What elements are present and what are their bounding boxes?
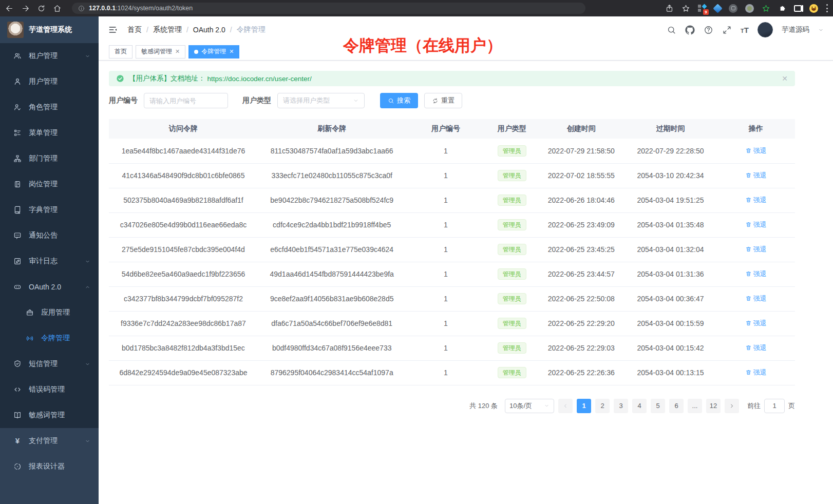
view-tab[interactable]: 敏感词管理✕ <box>136 45 185 59</box>
created-time-cell: 2022-07-02 18:55:55 <box>538 163 624 188</box>
user-id-cell: 1 <box>406 336 485 360</box>
sidebar-item[interactable]: 岗位管理 <box>0 171 99 197</box>
sidebar-item[interactable]: OAuth 2.0 <box>0 274 99 300</box>
app-logo[interactable]: 芋道管理系统 <box>0 16 99 43</box>
reset-button[interactable]: 重置 <box>424 93 462 108</box>
fullscreen-icon[interactable] <box>722 25 732 35</box>
sidebar-item[interactable]: 审计日志 <box>0 248 99 274</box>
alert-doc-link[interactable]: https://doc.iocoder.cn/user-center/ <box>207 75 312 83</box>
breadcrumb-item[interactable]: 系统管理 <box>153 25 182 34</box>
site-info-icon[interactable] <box>78 5 85 12</box>
force-logout-button[interactable]: 强退 <box>745 368 767 377</box>
bookmark-star-icon[interactable] <box>681 4 690 13</box>
view-tab[interactable]: 首页 <box>109 45 132 59</box>
side-panel-icon[interactable] <box>794 5 802 12</box>
view-tab[interactable]: 令牌管理✕ <box>188 45 239 59</box>
force-logout-button[interactable]: 强退 <box>745 171 767 180</box>
extension-green-star-icon[interactable] <box>762 4 770 13</box>
sidebar-item[interactable]: 租户管理 <box>0 43 99 69</box>
sidebar-item[interactable]: 部门管理 <box>0 146 99 171</box>
user-type-cell: 管理员 <box>485 360 538 385</box>
github-icon[interactable] <box>685 25 695 35</box>
access-token-cell: b0d1785bc3a8482f812db4a3f3bd15ec <box>109 336 258 360</box>
user-type-cell: 管理员 <box>485 336 538 360</box>
sidebar-item[interactable]: 菜单管理 <box>0 120 99 146</box>
sidebar-item[interactable]: ¥支付管理 <box>0 428 99 454</box>
tab-label: 首页 <box>115 47 127 56</box>
sidebar-item[interactable]: 令牌管理 <box>0 325 99 351</box>
collapse-sidebar-icon[interactable] <box>108 25 118 35</box>
chevron-down-icon[interactable] <box>818 27 824 33</box>
search-button[interactable]: 搜索 <box>380 93 418 108</box>
force-logout-button[interactable]: 强退 <box>745 220 767 229</box>
user-name[interactable]: 芋道源码 <box>782 25 809 34</box>
share-icon[interactable] <box>665 4 674 13</box>
alert-close-icon[interactable]: ✕ <box>782 74 788 83</box>
sidebar-item[interactable]: 用户管理 <box>0 69 99 94</box>
created-time-cell: 2022-06-25 23:49:09 <box>538 212 624 237</box>
browser-home-icon[interactable] <box>53 4 62 13</box>
page-button[interactable]: 12 <box>706 399 721 413</box>
page-size-select[interactable]: 10条/页 <box>505 399 554 413</box>
help-icon[interactable] <box>704 25 713 35</box>
browser-reload-icon[interactable] <box>37 4 46 13</box>
sidebar-item-label: 应用管理 <box>41 308 70 317</box>
force-logout-label: 强退 <box>753 245 767 254</box>
address-bar[interactable]: 127.0.0.1:1024/system/oauth2/token <box>72 3 585 14</box>
extension-gray-circle-icon[interactable] <box>745 4 754 13</box>
search-icon[interactable] <box>667 25 676 35</box>
sidebar-item[interactable]: 短信管理 <box>0 351 99 377</box>
goto-page-input[interactable] <box>764 399 785 413</box>
breadcrumb-item[interactable]: 首页 <box>127 25 142 34</box>
avatar[interactable] <box>758 22 773 37</box>
force-logout-button[interactable]: 强退 <box>745 146 767 156</box>
extension-dark-circle-icon[interactable] <box>729 4 737 13</box>
user-type-cell: 管理员 <box>485 139 538 163</box>
force-logout-button[interactable]: 强退 <box>745 319 767 328</box>
force-logout-button[interactable]: 强退 <box>745 245 767 254</box>
url-text: 127.0.0.1:1024/system/oauth2/token <box>89 5 193 12</box>
page-button[interactable]: 2 <box>595 399 610 413</box>
column-header: 访问令牌 <box>109 119 258 139</box>
profile-emoji-icon[interactable] <box>809 4 818 13</box>
force-logout-button[interactable]: 强退 <box>745 196 767 205</box>
user-type-badge: 管理员 <box>498 318 526 329</box>
force-logout-button[interactable]: 强退 <box>745 343 767 353</box>
page-button[interactable]: ... <box>688 399 702 413</box>
page-button[interactable]: 5 <box>651 399 665 413</box>
user-type-select[interactable]: 请选择用户类型 <box>277 93 365 108</box>
breadcrumb-item[interactable]: OAuth 2.0 <box>193 26 225 34</box>
extension-grid-icon[interactable]: 9 <box>698 4 707 13</box>
sidebar-item[interactable]: 角色管理 <box>0 94 99 120</box>
force-logout-button[interactable]: 强退 <box>745 294 767 303</box>
page-button[interactable]: 6 <box>669 399 684 413</box>
extensions-puzzle-icon[interactable] <box>778 4 786 12</box>
prev-page-button[interactable] <box>558 399 573 413</box>
sidebar-item[interactable]: 字典管理 <box>0 197 99 223</box>
sidebar-item[interactable]: 应用管理 <box>0 300 99 325</box>
user-type-cell: 管理员 <box>485 212 538 237</box>
force-logout-button[interactable]: 强退 <box>745 269 767 279</box>
font-size-icon[interactable]: TT <box>741 26 749 34</box>
browser-back-icon[interactable] <box>5 4 14 13</box>
page-button[interactable]: 1 <box>577 399 591 413</box>
user-id-cell: 1 <box>406 188 485 212</box>
extension-gem-icon[interactable] <box>713 4 722 13</box>
sidebar-item[interactable]: 错误码管理 <box>0 377 99 402</box>
sidebar-item[interactable]: 敏感词管理 <box>0 402 99 428</box>
sidebar-item[interactable]: 通知公告 <box>0 223 99 248</box>
user-id-cell: 1 <box>406 163 485 188</box>
created-time-cell: 2022-06-25 22:29:20 <box>538 311 624 336</box>
user-type-badge: 管理员 <box>498 342 526 354</box>
next-page-button[interactable] <box>725 399 739 413</box>
browser-forward-icon[interactable] <box>21 4 30 13</box>
page-button[interactable]: 4 <box>632 399 647 413</box>
search-icon <box>388 98 394 104</box>
sidebar-item[interactable]: 报表设计器 <box>0 454 99 479</box>
user-id-input[interactable] <box>144 93 228 108</box>
sidebar-item-label: 通知公告 <box>29 231 58 240</box>
tab-close-icon[interactable]: ✕ <box>229 48 234 55</box>
browser-menu-icon[interactable] <box>826 4 828 12</box>
tab-close-icon[interactable]: ✕ <box>175 48 180 55</box>
page-button[interactable]: 3 <box>614 399 628 413</box>
